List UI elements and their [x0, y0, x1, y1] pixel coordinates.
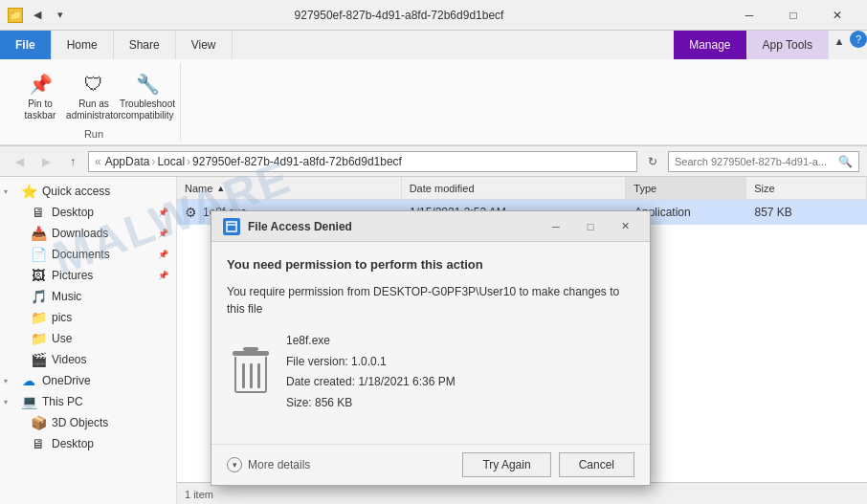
dialog-body: You need permission to perform this acti…	[211, 242, 650, 444]
file-access-denied-dialog: File Access Denied ─ □ ✕ You need permis…	[211, 210, 651, 486]
file-detail-size: Size: 856 KB	[286, 393, 456, 414]
dialog-titlebar: File Access Denied ─ □ ✕	[211, 211, 650, 242]
dialog-subtext: You require permission from DESKTOP-G0PF…	[227, 283, 634, 318]
more-details-btn[interactable]: ▾ More details	[227, 457, 310, 472]
dialog-close-btn[interactable]: ✕	[611, 215, 638, 238]
dialog-heading: You need permission to perform this acti…	[227, 257, 634, 272]
cancel-button[interactable]: Cancel	[559, 452, 634, 477]
file-detail-date: Date created: 1/18/2021 6:36 PM	[286, 372, 456, 393]
try-again-button[interactable]: Try Again	[462, 452, 550, 477]
dialog-title-text: File Access Denied	[248, 220, 535, 233]
dialog-footer: ▾ More details Try Again Cancel	[211, 444, 650, 485]
dialog-minimize-btn[interactable]: ─	[543, 215, 569, 238]
dialog-title-icon	[223, 218, 240, 235]
more-details-arrow-icon: ▾	[227, 457, 242, 472]
dialog-overlay: File Access Denied ─ □ ✕ You need permis…	[0, 0, 867, 504]
dialog-file-info: 1e8f.exe File version: 1.0.0.1 Date crea…	[227, 331, 634, 413]
trash-icon	[227, 343, 275, 401]
more-details-label: More details	[248, 458, 310, 471]
file-detail-name: 1e8f.exe	[286, 331, 456, 352]
svg-rect-0	[227, 222, 236, 231]
file-details: 1e8f.exe File version: 1.0.0.1 Date crea…	[286, 331, 456, 413]
dialog-maximize-btn[interactable]: □	[577, 215, 604, 238]
file-detail-version: File version: 1.0.0.1	[286, 352, 456, 373]
